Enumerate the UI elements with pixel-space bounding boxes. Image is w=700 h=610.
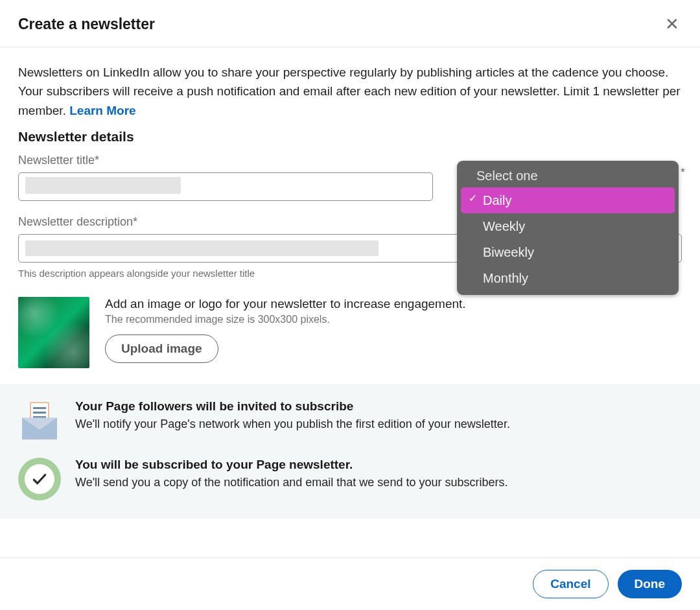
intro-text: Newsletters on LinkedIn allow you to sha… <box>18 63 682 120</box>
modal-title: Create a newsletter <box>18 16 155 33</box>
cadence-option-weekly[interactable]: Weekly <box>461 213 675 239</box>
done-button[interactable]: Done <box>618 570 682 598</box>
close-button[interactable]: ✕ <box>662 13 682 35</box>
info-subscribed-texts: You will be subscribed to your Page news… <box>75 458 508 489</box>
info-invite-texts: Your Page followers will be invited to s… <box>75 399 510 431</box>
check-circle-icon <box>18 458 61 500</box>
create-newsletter-modal: Create a newsletter ✕ Newsletters on Lin… <box>0 0 700 610</box>
info-subscribed-title: You will be subscribed to your Page news… <box>75 458 508 472</box>
cadence-option-biweekly[interactable]: Biweekly <box>461 239 675 265</box>
cadence-dropdown-placeholder: Select one <box>461 165 675 187</box>
cadence-dropdown[interactable]: Select one Daily Weekly Biweekly Monthly <box>457 161 679 295</box>
cancel-button[interactable]: Cancel <box>533 570 608 598</box>
newsletter-title-field: Newsletter title* <box>18 154 433 201</box>
newsletter-title-input[interactable] <box>18 172 433 201</box>
upload-texts: Add an image or logo for your newsletter… <box>105 297 466 363</box>
newsletter-thumbnail[interactable] <box>18 297 89 368</box>
envelope-icon <box>18 399 61 442</box>
newsletter-title-label: Newsletter title* <box>18 154 433 167</box>
redacted-title-value <box>25 177 181 194</box>
info-invite-title: Your Page followers will be invited to s… <box>75 399 510 414</box>
close-icon: ✕ <box>665 14 679 34</box>
redacted-description-value <box>25 240 379 256</box>
info-panel: Your Page followers will be invited to s… <box>0 384 700 519</box>
upload-headline: Add an image or logo for your newsletter… <box>105 297 466 311</box>
info-subscribed-body: We'll send you a copy of the notificatio… <box>75 476 508 489</box>
info-invite-body: We'll notify your Page's network when yo… <box>75 417 510 431</box>
upload-row: Add an image or logo for your newsletter… <box>18 297 682 368</box>
info-subscribed: You will be subscribed to your Page news… <box>18 458 682 500</box>
section-title: Newsletter details <box>18 129 682 145</box>
cadence-required-asterisk: * <box>681 166 685 180</box>
learn-more-link[interactable]: Learn More <box>69 104 135 117</box>
modal-body: Newsletters on LinkedIn allow you to sha… <box>0 47 700 557</box>
upload-subtext: The recommended image size is 300x300 pi… <box>105 314 466 325</box>
cadence-option-monthly[interactable]: Monthly <box>461 265 675 291</box>
cadence-option-daily[interactable]: Daily <box>461 187 675 213</box>
upload-image-button[interactable]: Upload image <box>105 334 218 363</box>
info-invite: Your Page followers will be invited to s… <box>18 399 682 442</box>
modal-footer: Cancel Done <box>0 557 700 610</box>
modal-header: Create a newsletter ✕ <box>0 0 700 47</box>
